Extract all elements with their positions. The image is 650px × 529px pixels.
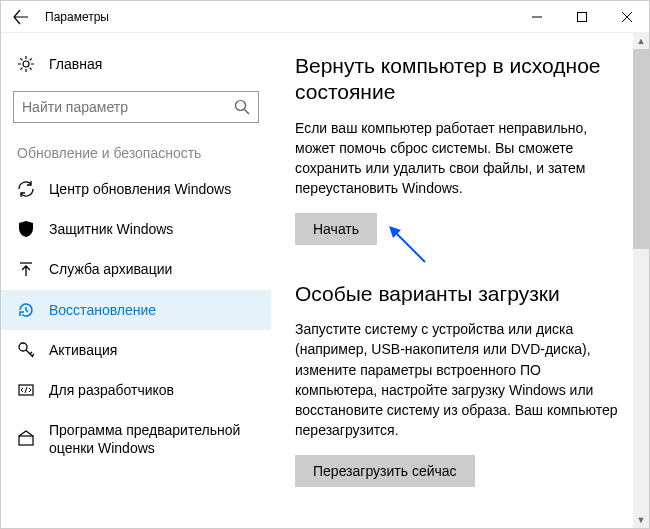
sidebar-item-insider[interactable]: Программа предварительной оценки Windows	[1, 410, 271, 468]
minimize-icon	[532, 12, 542, 22]
sidebar-item-recovery[interactable]: Восстановление	[1, 290, 271, 330]
nav-label: Служба архивации	[49, 260, 172, 278]
titlebar: Параметры	[1, 1, 649, 33]
recovery-icon	[17, 301, 35, 319]
nav-label: Программа предварительной оценки Windows	[49, 421, 255, 457]
sidebar-item-windows-update[interactable]: Центр обновления Windows	[1, 169, 271, 209]
home-label: Главная	[49, 56, 102, 72]
advanced-startup-heading: Особые варианты загрузки	[295, 281, 625, 307]
nav-label: Центр обновления Windows	[49, 180, 231, 198]
search-icon	[234, 99, 250, 115]
reset-start-button[interactable]: Начать	[295, 213, 377, 245]
key-icon	[17, 341, 35, 359]
sidebar-item-developers[interactable]: Для разработчиков	[1, 370, 271, 410]
sidebar-item-activation[interactable]: Активация	[1, 330, 271, 370]
insider-icon	[17, 430, 35, 448]
svg-rect-5	[19, 436, 33, 445]
advanced-startup-text: Запустите систему с устройства или диска…	[295, 319, 625, 441]
nav-label: Восстановление	[49, 301, 156, 319]
window-title: Параметры	[45, 10, 109, 24]
svg-point-2	[236, 101, 246, 111]
close-button[interactable]	[604, 1, 649, 33]
search-box[interactable]	[13, 91, 259, 123]
scroll-down-icon[interactable]: ▼	[633, 512, 649, 528]
sidebar: Главная Обновление и безопасность Центр …	[1, 33, 271, 528]
scrollbar[interactable]: ▲ ▼	[633, 33, 649, 528]
more-recovery-heading: Дополнительные параметры восстановления	[295, 523, 625, 528]
developer-icon	[17, 381, 35, 399]
main-content: Вернуть компьютер в исходное состояние Е…	[271, 33, 649, 528]
arrow-left-icon	[13, 9, 29, 25]
gear-icon	[17, 55, 35, 73]
scroll-up-icon[interactable]: ▲	[633, 33, 649, 49]
nav-label: Активация	[49, 341, 117, 359]
sync-icon	[17, 180, 35, 198]
sidebar-item-defender[interactable]: Защитник Windows	[1, 209, 271, 249]
search-input[interactable]	[22, 99, 234, 115]
reset-text: Если ваш компьютер работает неправильно,…	[295, 118, 625, 199]
nav-label: Для разработчиков	[49, 381, 174, 399]
back-button[interactable]	[1, 1, 41, 33]
maximize-icon	[577, 12, 587, 22]
svg-point-1	[23, 61, 29, 67]
home-nav[interactable]: Главная	[1, 47, 271, 81]
window-controls	[514, 1, 649, 33]
sidebar-item-backup[interactable]: Служба архивации	[1, 249, 271, 289]
category-header: Обновление и безопасность	[1, 129, 271, 169]
backup-icon	[17, 260, 35, 278]
nav-label: Защитник Windows	[49, 220, 173, 238]
scroll-thumb[interactable]	[633, 49, 649, 249]
minimize-button[interactable]	[514, 1, 559, 33]
svg-rect-0	[577, 12, 586, 21]
shield-icon	[17, 220, 35, 238]
restart-now-button[interactable]: Перезагрузить сейчас	[295, 455, 475, 487]
reset-heading: Вернуть компьютер в исходное состояние	[295, 53, 625, 106]
svg-point-3	[19, 343, 27, 351]
maximize-button[interactable]	[559, 1, 604, 33]
close-icon	[622, 12, 632, 22]
